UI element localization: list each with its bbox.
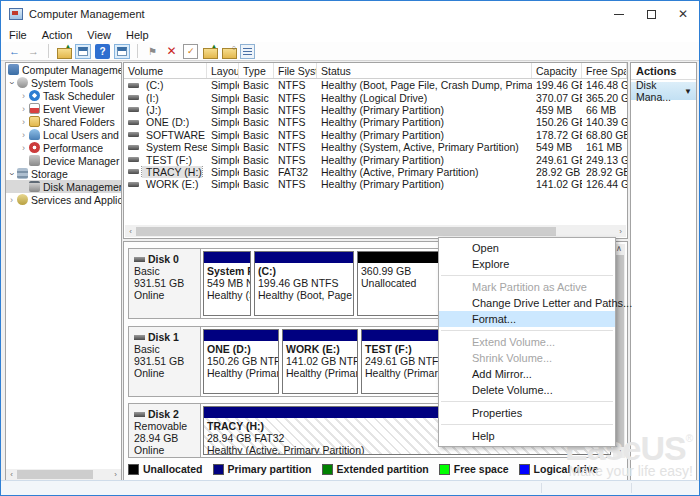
back-icon[interactable]: ← (7, 44, 22, 59)
drive-icon (128, 83, 139, 88)
partition-one-d[interactable]: ONE (D:)150.26 GB NTFSHealthy (Primary P (203, 329, 279, 394)
disk-2-label[interactable]: Disk 2 Removable 28.94 GB Online (129, 404, 201, 457)
forward-icon[interactable]: → (26, 44, 41, 59)
chevron-expanded-icon[interactable]: › (7, 77, 17, 88)
open-folder-icon[interactable] (202, 44, 217, 59)
legend-unallocated: Unallocated (128, 463, 203, 475)
tree-item-device-manager[interactable]: Device Manager (6, 154, 121, 167)
menu-separator (441, 275, 613, 276)
chevron-expanded-icon[interactable]: › (7, 168, 17, 179)
menu-view[interactable]: View (87, 29, 111, 41)
volume-row[interactable]: (C:) SimpleBasicNTFSHealthy (Boot, Page … (124, 79, 627, 91)
tree-item-local-users[interactable]: › Local Users and Gr (6, 128, 121, 141)
disk-management-icon (29, 181, 40, 192)
disk-1-label[interactable]: Disk 1 Basic 931.51 GB Online (129, 327, 201, 396)
menu-item-change-drive-letter[interactable]: Change Drive Letter and Paths... (439, 295, 615, 311)
scroll-right-icon[interactable]: › (110, 469, 121, 480)
menu-item-open[interactable]: Open (439, 240, 615, 256)
toolbar-separator (137, 44, 138, 58)
show-console-tree-icon[interactable] (75, 44, 91, 59)
col-status[interactable]: Status (317, 63, 532, 78)
volume-row[interactable]: TEST (F:) SimpleBasicNTFSHealthy (Primar… (124, 153, 627, 165)
menu-item-add-mirror[interactable]: Add Mirror... (439, 366, 615, 382)
menu-item-explore[interactable]: Explore (439, 256, 615, 272)
volume-horizontal-scrollbar[interactable]: ‹ › (125, 225, 626, 237)
col-file-system[interactable]: File System (274, 63, 317, 78)
volume-row-selected[interactable]: TRACY (H:) SimpleBasicFAT32Healthy (Acti… (124, 166, 627, 178)
menu-help[interactable]: Help (126, 29, 149, 41)
scrollbar-thumb[interactable] (136, 227, 556, 236)
scroll-left-icon[interactable]: ‹ (125, 226, 136, 237)
export-list-icon[interactable] (56, 44, 71, 59)
legend-free-space: Free space (439, 463, 509, 475)
col-volume[interactable]: Volume (124, 63, 207, 78)
col-type[interactable]: Type (239, 63, 274, 78)
menu-item-help[interactable]: Help (439, 428, 615, 444)
tree-item-event-viewer[interactable]: › Event Viewer (6, 102, 121, 115)
menu-item-delete-volume[interactable]: Delete Volume... (439, 382, 615, 398)
help-icon[interactable]: ? (95, 44, 110, 59)
actions-pane: Actions Disk Mana... ▼ (630, 62, 697, 481)
chevron-collapsed-icon[interactable]: › (18, 104, 29, 114)
close-icon: ✕ (678, 8, 688, 20)
scroll-left-icon[interactable]: ‹ (6, 469, 17, 480)
properties-check-icon[interactable] (183, 44, 198, 59)
close-button[interactable]: ✕ (667, 1, 699, 27)
chevron-collapsed-icon[interactable]: › (18, 143, 29, 153)
menu-file[interactable]: File (9, 29, 27, 41)
statusbar-separator (631, 483, 632, 493)
disk-0-label[interactable]: Disk 0 Basic 931.51 GB Online (129, 249, 201, 318)
partition-system-reserved[interactable]: System Re549 MB NTHealthy (S (203, 251, 251, 316)
tree-item-performance[interactable]: › Performance (6, 141, 121, 154)
chevron-collapsed-icon[interactable]: › (6, 195, 17, 205)
tree-horizontal-scrollbar[interactable]: ‹ › (6, 469, 121, 480)
col-capacity[interactable]: Capacity (532, 63, 582, 78)
chevron-collapsed-icon[interactable]: › (18, 91, 29, 101)
tree-item-system-tools[interactable]: › System Tools (6, 76, 121, 89)
tree-item-services-applications[interactable]: › Services and Applicatio (6, 193, 121, 206)
volume-row[interactable]: WORK (E:) SimpleBasicNTFSHealthy (Primar… (124, 178, 627, 190)
chevron-collapsed-icon[interactable]: › (18, 117, 29, 127)
disk-management-actions-button[interactable]: Disk Mana... ▼ (631, 82, 696, 100)
volume-row[interactable]: (J:) SimpleBasicNTFSHealthy (Primary Par… (124, 104, 627, 116)
scrollbar-thumb[interactable] (17, 470, 93, 479)
delete-icon[interactable]: ✕ (164, 44, 179, 59)
event-viewer-icon (29, 103, 40, 114)
details-view-icon[interactable] (240, 44, 255, 59)
menu-item-properties[interactable]: Properties (439, 405, 615, 421)
col-free-space[interactable]: Free Space (582, 63, 627, 78)
performance-icon (29, 142, 40, 153)
maximize-icon (647, 10, 656, 19)
partition-work-e[interactable]: WORK (E:)141.02 GB NTFSHealthy (Primary … (282, 329, 358, 394)
drive-icon (128, 182, 139, 187)
legend-swatch (213, 464, 224, 475)
legend-logical-drive: Logical drive (519, 463, 599, 475)
volume-row[interactable]: ONE (D:) SimpleBasicNTFSHealthy (Primary… (124, 116, 627, 128)
partition-color-bar (283, 330, 357, 341)
minimize-button[interactable] (603, 1, 635, 27)
show-action-pane-icon[interactable] (114, 44, 130, 59)
tree-item-computer-management[interactable]: Computer Management ( (6, 63, 121, 76)
maximize-button[interactable] (635, 1, 667, 27)
toolbar: ← → ? ⚑ ✕ (1, 42, 699, 61)
scroll-right-icon[interactable]: › (615, 226, 626, 237)
flag-icon[interactable]: ⚑ (145, 44, 160, 59)
tree-item-shared-folders[interactable]: › Shared Folders (6, 115, 121, 128)
tree-item-disk-management[interactable]: Disk Management (6, 180, 121, 193)
menu-action[interactable]: Action (42, 29, 73, 41)
legend-swatch (439, 464, 450, 475)
scroll-down-icon[interactable]: ∨ (616, 448, 622, 458)
scroll-up-icon[interactable]: ∧ (616, 244, 622, 254)
chevron-collapsed-icon[interactable]: › (18, 130, 29, 140)
volume-row[interactable]: System Reserved SimpleBasicNTFSHealthy (… (124, 141, 627, 153)
volume-row[interactable]: SOFTWARE (G:) SimpleBasicNTFSHealthy (Pr… (124, 129, 627, 141)
legend-swatch (128, 464, 139, 475)
tree-item-task-scheduler[interactable]: › Task Scheduler (6, 89, 121, 102)
partition-c[interactable]: (C:)199.46 GB NTFSHealthy (Boot, Page Fi… (254, 251, 354, 316)
tree-item-storage[interactable]: › Storage (6, 167, 121, 180)
volume-row[interactable]: (I:) SimpleBasicNTFSHealthy (Logical Dri… (124, 91, 627, 103)
find-folder-icon[interactable] (221, 44, 236, 59)
menu-item-format[interactable]: Format... (439, 311, 615, 327)
menu-item-mark-partition-active: Mark Partition as Active (439, 279, 615, 295)
col-layout[interactable]: Layout (207, 63, 239, 78)
